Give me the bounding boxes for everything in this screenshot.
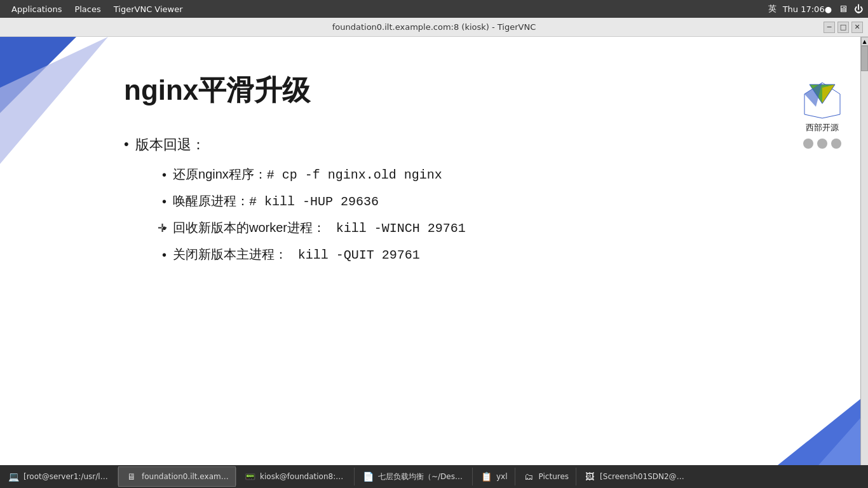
vnc-titlebar: foundation0.ilt.example.com:8 (kiosk) - …: [0, 18, 868, 37]
bullet-l2-text-0: 还原nginx程序：# cp -f nginx.old nginx: [173, 166, 442, 183]
lang-indicator[interactable]: 英: [768, 3, 776, 15]
pictures-icon: 🗂: [522, 470, 535, 483]
bullet-l2-text-2: 回收新版本的worker进程： kill -WINCH 29761: [173, 219, 466, 236]
brand-dot-1: [803, 139, 813, 149]
taskbar-label-yxl: yxl: [496, 472, 508, 481]
taskbar-item-pictures[interactable]: 🗂 Pictures: [515, 466, 576, 487]
deco-topleft: [0, 37, 127, 177]
slide-content: • 版本回退： • 还原nginx程序：# cp -f nginx.old ng…: [124, 135, 784, 273]
taskbar-label-pictures: Pictures: [539, 472, 569, 481]
scroll-thumb-right[interactable]: [861, 46, 868, 71]
menu-applications[interactable]: Applications: [5, 3, 68, 15]
slide-title: nginx平滑升级: [124, 72, 310, 109]
brand-logo: 西部开源: [803, 81, 841, 149]
slide-area: nginx平滑升级 西部开源: [0, 37, 860, 475]
menu-places[interactable]: Places: [68, 3, 107, 15]
taskbar-item-vnc[interactable]: 🖥 foundation0.ilt.exampl...: [118, 466, 236, 487]
bullet-l2-marker-0: •: [162, 166, 166, 184]
bullet-l2-item-1: • 唤醒原进程：# kill -HUP 29636: [162, 193, 784, 210]
bullet-l2-marker-2: •: [162, 219, 166, 237]
screenshot-icon: 🖼: [583, 470, 596, 483]
network-icon[interactable]: 🖥: [838, 3, 848, 15]
scrollbar-right[interactable]: ▲ ▼: [860, 37, 868, 475]
yxl-icon: 📋: [480, 470, 492, 483]
brand-text: 西部开源: [806, 122, 839, 133]
clock: Thu 17:06●: [783, 4, 832, 14]
vnc-icon: 🖥: [125, 470, 138, 483]
maximize-button[interactable]: □: [837, 22, 849, 33]
deco-bottomright: [714, 399, 860, 475]
vnc-window: foundation0.ilt.example.com:8 (kiosk) - …: [0, 18, 868, 488]
window-controls: ─ □ ✕: [824, 22, 863, 33]
systray: 英 Thu 17:06● 🖥 ⏻: [768, 3, 863, 15]
taskbar-label-screenshot: [Screensh01SDN2@Yxl...: [600, 472, 687, 481]
taskbar-label-terminal: [root@server1:/usr/lo...: [24, 472, 111, 481]
top-menubar: Applications Places TigerVNC Viewer 英 Th…: [0, 0, 868, 18]
minimize-button[interactable]: ─: [824, 22, 835, 33]
taskbar-item-screenshot[interactable]: 🖼 [Screensh01SDN2@Yxl...: [576, 466, 694, 487]
taskbar-item-terminal[interactable]: 💻 [root@server1:/usr/lo...: [0, 466, 118, 487]
vnc-title: foundation0.ilt.example.com:8 (kiosk) - …: [332, 22, 536, 32]
taskbar-item-loadbalance[interactable]: 📄 七层负载均衡（~/Desk...: [355, 466, 472, 487]
power-icon[interactable]: ⏻: [854, 4, 863, 14]
menu-tigervnc[interactable]: TigerVNC Viewer: [107, 3, 189, 15]
bullet-l1-text: 版本回退：: [135, 135, 205, 154]
bullet-marker: •: [124, 135, 129, 154]
brand-dot-3: [831, 139, 841, 149]
bullet-l1-item: • 版本回退：: [124, 135, 784, 154]
bullet-l2-marker-1: •: [162, 193, 166, 210]
terminal-icon: 💻: [7, 470, 20, 483]
taskbar-label-vnc: foundation0.ilt.exampl...: [142, 472, 229, 481]
taskbar-item-yxl[interactable]: 📋 yxl: [473, 466, 515, 487]
bullet-l2-text-3: 关闭新版本主进程： kill -QUIT 29761: [173, 246, 420, 263]
scroll-up-arrow[interactable]: ▲: [861, 37, 869, 46]
taskbar-item-kiosk[interactable]: 📟 kiosk@foundation8:~/...: [236, 466, 354, 487]
scroll-track-right[interactable]: [861, 46, 868, 466]
taskbar-label-kiosk: kiosk@foundation8:~/...: [260, 472, 347, 481]
bullet-l2-text-1: 唤醒原进程：# kill -HUP 29636: [173, 193, 379, 210]
bullet-l2-item-2: • 回收新版本的worker进程： kill -WINCH 29761: [162, 219, 784, 237]
vnc-content: nginx平滑升级 西部开源: [0, 37, 868, 488]
bullet-l2-item-3: • 关闭新版本主进程： kill -QUIT 29761: [162, 246, 784, 264]
taskbar: 💻 [root@server1:/usr/lo... 🖥 foundation0…: [0, 465, 868, 488]
kiosk-icon: 📟: [243, 470, 256, 483]
brand-dots: [803, 139, 841, 149]
bullet-l2-marker-3: •: [162, 246, 166, 264]
brand-diamond: [803, 81, 841, 119]
loadbalance-icon: 📄: [362, 470, 374, 483]
close-button[interactable]: ✕: [851, 22, 863, 33]
taskbar-label-loadbalance: 七层负载均衡（~/Desk...: [378, 471, 465, 482]
brand-dot-2: [817, 139, 827, 149]
menu-items: Applications Places TigerVNC Viewer: [5, 3, 189, 15]
bullet-l2-item-0: • 还原nginx程序：# cp -f nginx.old nginx: [162, 166, 784, 184]
